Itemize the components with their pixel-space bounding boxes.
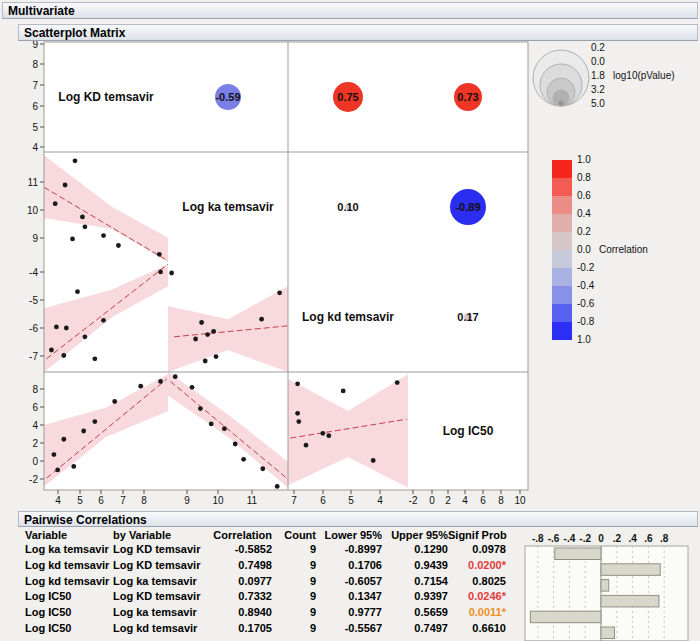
pvalue-size-circle: [558, 100, 564, 106]
data-point[interactable]: [211, 329, 216, 334]
y-tick-label: 2: [32, 438, 38, 449]
data-point[interactable]: [81, 429, 86, 434]
cell-by-variable: Log KD temsavir: [113, 589, 210, 605]
data-point[interactable]: [71, 464, 76, 469]
correlation-bar[interactable]: [555, 548, 601, 560]
correlation-value-label: 0.73: [457, 91, 478, 103]
y-tick-label: 10: [27, 205, 39, 216]
data-point[interactable]: [259, 317, 264, 322]
data-point[interactable]: [173, 374, 178, 379]
data-point[interactable]: [260, 466, 265, 471]
data-point[interactable]: [75, 289, 80, 294]
table-row[interactable]: Log kd temsavirLog KD temsavir0.749890.1…: [25, 558, 518, 574]
data-point[interactable]: [198, 406, 203, 411]
data-point[interactable]: [101, 318, 106, 323]
data-point[interactable]: [53, 201, 58, 206]
data-point[interactable]: [63, 183, 68, 188]
column-header[interactable]: Lower 95%: [316, 528, 382, 542]
data-point[interactable]: [233, 442, 238, 447]
data-point[interactable]: [158, 270, 163, 275]
y-tick-label: 7: [32, 80, 38, 91]
x-tick-label: 4: [55, 495, 61, 506]
correlation-bar[interactable]: [601, 580, 609, 592]
correlation-bar[interactable]: [601, 627, 614, 639]
column-header[interactable]: Count: [272, 528, 316, 542]
cell-signif-prob: 0.0246*: [448, 589, 506, 605]
colorbar-tick-label: 0.8: [577, 172, 591, 183]
column-header[interactable]: Correlation: [210, 528, 272, 542]
data-point[interactable]: [205, 332, 210, 337]
data-point[interactable]: [138, 384, 143, 389]
cell-upper-95: 0.1290: [382, 542, 448, 558]
correlation-bar[interactable]: [601, 564, 660, 576]
data-point[interactable]: [169, 271, 174, 276]
y-tick-label: 8: [32, 59, 38, 70]
data-point[interactable]: [214, 354, 219, 359]
data-point[interactable]: [54, 325, 59, 330]
data-point[interactable]: [80, 215, 85, 220]
x-tick-label: 0: [429, 495, 435, 506]
cell-variable: Log ka temsavir: [25, 542, 113, 558]
data-point[interactable]: [296, 419, 301, 424]
data-point[interactable]: [61, 353, 66, 358]
column-header[interactable]: by Variable: [113, 528, 210, 542]
data-point[interactable]: [61, 437, 66, 442]
multivariate-outline-header[interactable]: Multivariate: [2, 2, 698, 19]
data-point[interactable]: [203, 359, 208, 364]
data-point[interactable]: [158, 379, 163, 384]
data-point[interactable]: [116, 243, 121, 248]
diagonal-variable-label: Log ka temsavir: [182, 200, 274, 214]
data-point[interactable]: [326, 433, 331, 438]
x-tick-label: 7: [291, 495, 297, 506]
data-point[interactable]: [92, 419, 97, 424]
table-row[interactable]: Log IC50Log kd temsavir0.17059-0.55670.7…: [25, 621, 518, 637]
colorbar-segment: [552, 160, 572, 178]
data-point[interactable]: [83, 224, 88, 229]
column-header[interactable]: Signif Prob: [448, 528, 506, 542]
correlation-bar[interactable]: [601, 595, 659, 607]
table-row[interactable]: Log IC50Log KD temsavir0.733290.13470.93…: [25, 589, 518, 605]
table-row[interactable]: Log kd temsavirLog ka temsavir0.09779-0.…: [25, 574, 518, 590]
column-header[interactable]: Variable: [25, 528, 113, 542]
data-point[interactable]: [277, 290, 282, 295]
scatterplot-matrix-outline-header[interactable]: Scatterplot Matrix: [18, 24, 698, 41]
cell-count: 9: [272, 574, 316, 590]
data-point[interactable]: [64, 326, 69, 331]
y-tick-label: -6: [29, 323, 38, 334]
data-point[interactable]: [395, 380, 400, 385]
data-point[interactable]: [371, 458, 376, 463]
data-point[interactable]: [199, 320, 204, 325]
data-point[interactable]: [341, 388, 346, 393]
pairwise-correlations-outline-header[interactable]: Pairwise Correlations: [18, 511, 698, 527]
table-row[interactable]: Log ka temsavirLog KD temsavir-0.58529-0…: [25, 542, 518, 558]
data-point[interactable]: [52, 452, 57, 457]
table-row[interactable]: Log IC50Log ka temsavir0.894090.97770.56…: [25, 605, 518, 621]
data-point[interactable]: [157, 252, 162, 257]
data-point[interactable]: [295, 381, 300, 386]
data-point[interactable]: [241, 457, 246, 462]
data-point[interactable]: [209, 422, 214, 427]
data-point[interactable]: [193, 337, 198, 342]
colorbar-segment: [552, 250, 572, 268]
data-point[interactable]: [190, 385, 195, 390]
data-point[interactable]: [73, 158, 78, 163]
data-point[interactable]: [70, 237, 75, 242]
correlation-value-label: -0.89: [455, 201, 480, 213]
data-point[interactable]: [83, 334, 88, 339]
data-point[interactable]: [55, 468, 60, 473]
cell-by-variable: Log ka temsavir: [113, 574, 210, 590]
column-header[interactable]: Upper 95%: [382, 528, 448, 542]
data-point[interactable]: [92, 356, 97, 361]
data-point[interactable]: [101, 233, 106, 238]
data-point[interactable]: [112, 399, 117, 404]
data-point[interactable]: [320, 431, 325, 436]
data-point[interactable]: [222, 426, 227, 431]
bar-axis-label: -.4: [564, 533, 576, 544]
data-point[interactable]: [295, 411, 300, 416]
colorbar-title: Correlation: [599, 244, 648, 255]
data-point[interactable]: [304, 443, 309, 448]
data-point[interactable]: [49, 348, 54, 353]
correlation-bar[interactable]: [530, 611, 601, 623]
data-point[interactable]: [275, 484, 280, 489]
y-tick-label: 6: [32, 402, 38, 413]
